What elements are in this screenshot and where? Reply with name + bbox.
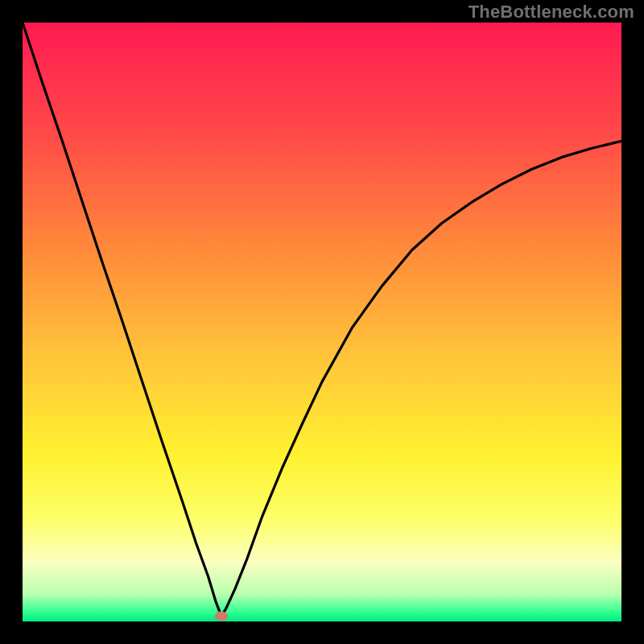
minimum-marker (215, 611, 228, 621)
gradient-background (23, 23, 621, 621)
chart-svg (23, 23, 621, 621)
watermark-text: TheBottleneck.com (469, 2, 634, 23)
chart-frame: TheBottleneck.com (0, 0, 644, 644)
plot-area (23, 23, 621, 621)
